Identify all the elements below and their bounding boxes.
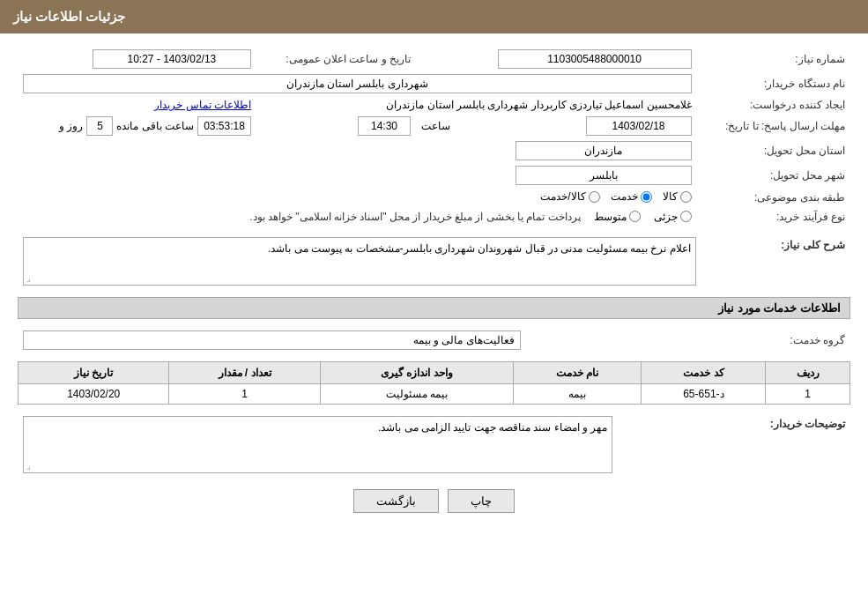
category-option-khedmat[interactable]: خدمت: [611, 190, 652, 203]
print-button[interactable]: چاپ: [448, 489, 515, 513]
deadline-days-label: روز و: [59, 120, 83, 132]
purchase-note: پرداخت تمام یا بخشی از مبلغ خریدار از مح…: [249, 211, 580, 223]
deadline-remaining-label: ساعت باقی مانده: [116, 120, 194, 132]
creator-value: غلامحسین اسماعیل تیاردزی کاربردار شهردار…: [386, 99, 691, 111]
button-row: چاپ بازگشت: [18, 489, 850, 531]
info-table-top: شماره نیاز: 1103005488000010 تاریخ و ساع…: [18, 47, 850, 226]
delivery-city-value: بابلسر: [516, 166, 692, 185]
deadline-date-value: 1403/02/18: [586, 116, 692, 136]
cell-qty: 1: [169, 383, 320, 404]
page-wrapper: جزئیات اطلاعات نیاز شماره نیاز: 11030054…: [0, 0, 868, 609]
page-header: جزئیات اطلاعات نیاز: [0, 0, 868, 33]
col-code: کد خدمت: [642, 361, 766, 383]
service-group-label: گروه خدمت:: [526, 328, 850, 353]
cell-unit: بیمه مسئولیت: [320, 383, 513, 404]
service-group-value: فعالیت‌های مالی و بیمه: [23, 330, 521, 350]
delivery-province-value: مازندران: [516, 141, 692, 160]
creator-label: ایجاد کننده درخواست:: [697, 96, 850, 114]
buyer-org-value: شهرداری بابلسر استان مازندران: [23, 74, 692, 93]
col-qty: تعداد / مقدار: [169, 361, 320, 383]
deadline-label: مهلت ارسال پاسخ: تا تاریخ:: [697, 114, 850, 138]
deadline-time-label: ساعت: [421, 120, 450, 132]
delivery-province-label: استان محل تحویل:: [697, 138, 850, 163]
announce-date-value: 1403/02/13 - 10:27: [93, 49, 251, 69]
cell-date: 1403/02/20: [19, 383, 169, 404]
category-option-kala-khedmat[interactable]: کالا/خدمت: [540, 190, 599, 203]
table-row: 1د-651-65بیمهبیمه مسئولیت11403/02/20: [19, 383, 850, 404]
buyer-comments-label: توضیحات خریدار:: [618, 413, 850, 476]
page-title: جزئیات اطلاعات نیاز: [13, 9, 125, 24]
resize-handle-comments[interactable]: ⌟: [26, 461, 31, 471]
narration-label: شرح کلی نیاز:: [701, 234, 850, 288]
narration-table: شرح کلی نیاز: اعلام نرخ بیمه مسئولیت مدن…: [18, 234, 850, 288]
comments-box: مهر و امضاء سند مناقصه جهت تایید الزامی …: [23, 416, 612, 473]
announce-date-label: تاریخ و ساعت اعلان عمومی:: [256, 47, 416, 71]
purchase-option-motevasset[interactable]: متوسط: [594, 211, 641, 223]
narration-box: اعلام نرخ بیمه مسئولیت مدنی در قبال شهرو…: [23, 237, 696, 286]
deadline-remaining-value: 03:53:18: [197, 116, 251, 136]
comments-table: توضیحات خریدار: مهر و امضاء سند مناقصه ج…: [18, 413, 850, 476]
deadline-days-value: 5: [86, 116, 113, 136]
col-name: نام خدمت: [514, 361, 642, 383]
purchase-type-label: نوع فرآیند خرید:: [697, 208, 850, 226]
comments-value: مهر و امضاء سند مناقصه جهت تایید الزامی …: [378, 421, 607, 434]
services-data-table: ردیف کد خدمت نام خدمت واحد اندازه گیری ت…: [18, 361, 850, 405]
services-section-title: اطلاعات خدمات مورد نیاز: [18, 297, 850, 319]
narration-value: اعلام نرخ بیمه مسئولیت مدنی در قبال شهرو…: [268, 242, 691, 255]
category-label: طبقه بندی موضوعی:: [697, 188, 850, 208]
purchase-option-jozzi[interactable]: جزئی: [654, 211, 692, 223]
main-content: شماره نیاز: 1103005488000010 تاریخ و ساع…: [0, 33, 868, 544]
cell-row: 1: [766, 383, 850, 404]
need-number-label: شماره نیاز:: [697, 47, 850, 71]
deadline-time-value: 14:30: [358, 116, 411, 136]
delivery-city-label: شهر محل تحویل:: [697, 163, 850, 188]
category-radio-group: کالا خدمت کالا/خدمت: [540, 190, 691, 203]
buyer-org-label: نام دستگاه خریدار:: [697, 71, 850, 96]
col-date: تاریخ نیاز: [19, 361, 169, 383]
category-option-kala[interactable]: کالا: [663, 190, 692, 203]
col-unit: واحد اندازه گیری: [320, 361, 513, 383]
back-button[interactable]: بازگشت: [353, 489, 439, 513]
cell-name: بیمه: [514, 383, 642, 404]
resize-handle-narration[interactable]: ⌟: [26, 273, 31, 283]
need-number-value: 1103005488000010: [498, 49, 692, 69]
cell-code: د-651-65: [642, 383, 766, 404]
service-group-table: گروه خدمت: فعالیت‌های مالی و بیمه: [18, 328, 850, 353]
contact-link[interactable]: اطلاعات تماس خریدار: [154, 99, 251, 111]
col-row: ردیف: [766, 361, 850, 383]
